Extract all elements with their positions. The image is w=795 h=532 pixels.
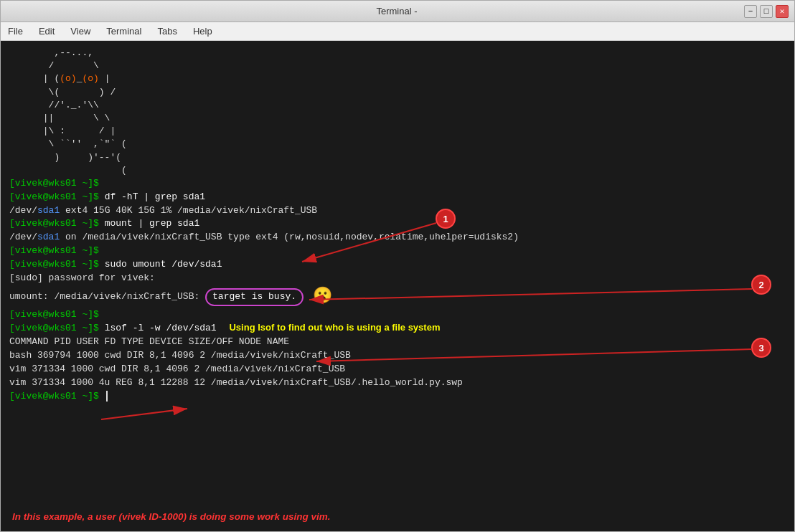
svg-line-9 — [101, 409, 187, 419]
menu-terminal[interactable]: Terminal — [103, 24, 144, 38]
lsof-row-vim1: vim 371334 1000 cwd DIR 8,1 4096 2 /medi… — [9, 363, 786, 376]
shocked-emoji: 😮 — [304, 288, 332, 305]
terminal-line-df: [vivek@wks01 ~]$ df -hT | grep sda1 — [9, 191, 786, 204]
busy-output-line: umount: /media/vivek/nixCraft_USB: targe… — [9, 285, 786, 308]
df-output: /dev/sda1 ext4 15G 40K 15G 1% /media/viv… — [9, 204, 786, 218]
lsof-row-vim2: vim 371334 1000 4u REG 8,1 12288 12 /med… — [9, 376, 786, 390]
close-button[interactable]: ✕ — [776, 5, 789, 18]
terminal-line-final: [vivek@wks01 ~]$ — [9, 390, 786, 404]
prompt: [vivek@wks01 ~]$ — [9, 259, 99, 270]
prompt: [vivek@wks01 ~]$ — [9, 323, 99, 333]
menu-bar: File Edit View Terminal Tabs Help — [1, 22, 794, 41]
menu-edit[interactable]: Edit — [36, 24, 57, 38]
terminal-line-lsof: [vivek@wks01 ~]$ lsof -l -w /dev/sda1 Us… — [9, 321, 786, 336]
menu-file[interactable]: File — [5, 24, 26, 38]
lsof-header: COMMAND PID USER FD TYPE DEVICE SIZE/OFF… — [9, 336, 786, 349]
prompt: [vivek@wks01 ~]$ — [9, 191, 99, 202]
prompt: [vivek@wks01 ~]$ — [9, 309, 99, 320]
sudo-password-line: [sudo] password for vivek: — [9, 272, 786, 285]
ascii-art: ,--..., / \ | ((o)_(o) | \( ) / //'._.'\… — [9, 47, 786, 177]
terminal-body[interactable]: ,--..., / \ | ((o)_(o) | \( ) / //'._.'\… — [1, 41, 794, 531]
terminal-line-blank2: [vivek@wks01 ~]$ — [9, 308, 786, 322]
busy-text: target is busy. — [205, 288, 304, 306]
lsof-annotation: Using lsof to find out who is using a fi… — [229, 322, 440, 333]
terminal-line-umount: [vivek@wks01 ~]$ sudo umount /dev/sda1 — [9, 258, 786, 272]
lsof-row-bash: bash 369794 1000 cwd DIR 8,1 4096 2 /med… — [9, 349, 786, 363]
prompt: [vivek@wks01 ~]$ — [9, 218, 99, 229]
prompt: [vivek@wks01 ~]$ — [9, 391, 99, 402]
maximize-button[interactable]: □ — [760, 5, 773, 18]
bottom-annotation: In this example, a user (vivek ID-1000) … — [12, 510, 330, 524]
terminal-line-blank: [vivek@wks01 ~]$ — [9, 244, 786, 258]
window-title: Terminal - — [50, 6, 744, 16]
minimize-button[interactable]: − — [744, 5, 757, 18]
menu-view[interactable]: View — [67, 24, 93, 38]
menu-tabs[interactable]: Tabs — [154, 24, 179, 38]
terminal-window: Terminal - − □ ✕ File Edit View Terminal… — [0, 0, 795, 532]
menu-help[interactable]: Help — [190, 24, 215, 38]
terminal-output: [vivek@wks01 ~]$ [vivek@wks01 ~]$ df -hT… — [9, 177, 786, 404]
prompt: [vivek@wks01 ~]$ — [9, 178, 99, 189]
title-bar: Terminal - − □ ✕ — [1, 1, 794, 22]
window-controls[interactable]: − □ ✕ — [744, 5, 789, 18]
terminal-line-mount: [vivek@wks01 ~]$ mount | grep sda1 — [9, 217, 786, 231]
mount-output: /dev/sda1 on /media/vivek/nixCraft_USB t… — [9, 231, 786, 244]
terminal-line: [vivek@wks01 ~]$ — [9, 177, 786, 191]
prompt: [vivek@wks01 ~]$ — [9, 245, 99, 256]
